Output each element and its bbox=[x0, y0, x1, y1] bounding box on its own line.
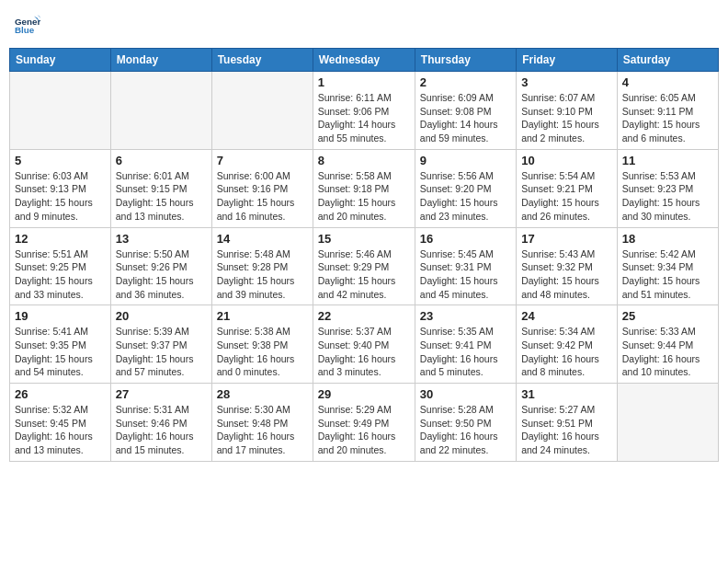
day-info: Sunrise: 6:03 AMSunset: 9:13 PMDaylight:… bbox=[15, 169, 106, 224]
calendar-cell: 22Sunrise: 5:37 AMSunset: 9:40 PMDayligh… bbox=[313, 305, 415, 384]
calendar-cell: 26Sunrise: 5:32 AMSunset: 9:45 PMDayligh… bbox=[10, 384, 111, 462]
day-number: 21 bbox=[217, 309, 308, 323]
calendar-week-row: 26Sunrise: 5:32 AMSunset: 9:45 PMDayligh… bbox=[10, 384, 719, 462]
calendar-cell: 6Sunrise: 6:01 AMSunset: 9:15 PMDaylight… bbox=[110, 149, 211, 227]
day-number: 8 bbox=[318, 154, 410, 167]
calendar-cell: 11Sunrise: 5:53 AMSunset: 9:23 PMDayligh… bbox=[617, 149, 718, 227]
calendar-cell: 29Sunrise: 5:29 AMSunset: 9:49 PMDayligh… bbox=[313, 384, 415, 462]
calendar-cell: 21Sunrise: 5:38 AMSunset: 9:38 PMDayligh… bbox=[211, 305, 313, 384]
calendar-cell: 19Sunrise: 5:41 AMSunset: 9:35 PMDayligh… bbox=[10, 305, 111, 384]
day-info: Sunrise: 5:56 AMSunset: 9:20 PMDaylight:… bbox=[420, 169, 511, 224]
calendar-cell: 30Sunrise: 5:28 AMSunset: 9:50 PMDayligh… bbox=[415, 384, 516, 462]
calendar-cell bbox=[211, 72, 313, 150]
weekday-header-sunday: Sunday bbox=[10, 49, 111, 72]
calendar-week-row: 5Sunrise: 6:03 AMSunset: 9:13 PMDaylight… bbox=[10, 149, 719, 227]
day-info: Sunrise: 5:39 AMSunset: 9:37 PMDaylight:… bbox=[116, 325, 207, 379]
calendar-cell: 4Sunrise: 6:05 AMSunset: 9:11 PMDaylight… bbox=[617, 72, 718, 150]
calendar-cell: 12Sunrise: 5:51 AMSunset: 9:25 PMDayligh… bbox=[10, 227, 111, 305]
day-number: 28 bbox=[217, 387, 308, 401]
day-info: Sunrise: 6:11 AMSunset: 9:06 PMDaylight:… bbox=[318, 91, 410, 145]
calendar-cell: 16Sunrise: 5:45 AMSunset: 9:31 PMDayligh… bbox=[415, 227, 516, 305]
day-info: Sunrise: 5:41 AMSunset: 9:35 PMDaylight:… bbox=[15, 325, 106, 379]
day-info: Sunrise: 5:51 AMSunset: 9:25 PMDaylight:… bbox=[15, 247, 106, 302]
calendar-cell: 7Sunrise: 6:00 AMSunset: 9:16 PMDaylight… bbox=[211, 149, 313, 227]
calendar-cell: 13Sunrise: 5:50 AMSunset: 9:26 PMDayligh… bbox=[110, 227, 211, 305]
weekday-header-tuesday: Tuesday bbox=[211, 49, 313, 72]
weekday-header-monday: Monday bbox=[110, 49, 211, 72]
weekday-header-friday: Friday bbox=[517, 49, 618, 72]
calendar-cell: 5Sunrise: 6:03 AMSunset: 9:13 PMDaylight… bbox=[10, 149, 111, 227]
day-info: Sunrise: 5:53 AMSunset: 9:23 PMDaylight:… bbox=[622, 169, 713, 224]
day-number: 7 bbox=[217, 154, 308, 167]
weekday-header-row: SundayMondayTuesdayWednesdayThursdayFrid… bbox=[10, 49, 719, 72]
day-info: Sunrise: 5:34 AMSunset: 9:42 PMDaylight:… bbox=[521, 325, 612, 379]
day-number: 30 bbox=[420, 387, 511, 401]
day-number: 24 bbox=[521, 309, 612, 323]
day-number: 20 bbox=[116, 309, 207, 323]
day-number: 5 bbox=[15, 154, 106, 167]
calendar-cell bbox=[10, 72, 111, 150]
calendar-cell: 15Sunrise: 5:46 AMSunset: 9:29 PMDayligh… bbox=[313, 227, 415, 305]
calendar-cell: 31Sunrise: 5:27 AMSunset: 9:51 PMDayligh… bbox=[517, 384, 618, 462]
calendar-cell bbox=[110, 72, 211, 150]
calendar-cell: 20Sunrise: 5:39 AMSunset: 9:37 PMDayligh… bbox=[110, 305, 211, 384]
day-info: Sunrise: 6:00 AMSunset: 9:16 PMDaylight:… bbox=[217, 169, 308, 224]
calendar-cell: 25Sunrise: 5:33 AMSunset: 9:44 PMDayligh… bbox=[617, 305, 718, 384]
calendar-cell bbox=[617, 384, 718, 462]
day-info: Sunrise: 6:05 AMSunset: 9:11 PMDaylight:… bbox=[622, 91, 713, 145]
day-info: Sunrise: 5:29 AMSunset: 9:49 PMDaylight:… bbox=[318, 403, 410, 457]
day-number: 1 bbox=[318, 75, 410, 89]
day-info: Sunrise: 5:54 AMSunset: 9:21 PMDaylight:… bbox=[521, 169, 612, 224]
calendar-cell: 27Sunrise: 5:31 AMSunset: 9:46 PMDayligh… bbox=[110, 384, 211, 462]
day-number: 10 bbox=[521, 154, 612, 167]
day-info: Sunrise: 5:37 AMSunset: 9:40 PMDaylight:… bbox=[318, 325, 410, 379]
day-info: Sunrise: 5:42 AMSunset: 9:34 PMDaylight:… bbox=[622, 247, 713, 302]
day-number: 4 bbox=[622, 75, 713, 89]
day-info: Sunrise: 5:46 AMSunset: 9:29 PMDaylight:… bbox=[318, 247, 410, 302]
day-number: 16 bbox=[420, 232, 511, 246]
svg-text:Blue: Blue bbox=[15, 25, 35, 35]
day-number: 17 bbox=[521, 232, 612, 246]
day-info: Sunrise: 5:35 AMSunset: 9:41 PMDaylight:… bbox=[420, 325, 511, 379]
day-number: 2 bbox=[420, 75, 511, 89]
day-number: 23 bbox=[420, 309, 511, 323]
calendar-week-row: 1Sunrise: 6:11 AMSunset: 9:06 PMDaylight… bbox=[10, 72, 719, 150]
logo-icon: General Blue bbox=[15, 13, 40, 39]
calendar-cell: 17Sunrise: 5:43 AMSunset: 9:32 PMDayligh… bbox=[517, 227, 618, 305]
calendar-week-row: 19Sunrise: 5:41 AMSunset: 9:35 PMDayligh… bbox=[10, 305, 719, 384]
day-info: Sunrise: 5:45 AMSunset: 9:31 PMDaylight:… bbox=[420, 247, 511, 302]
day-number: 27 bbox=[116, 387, 207, 401]
day-number: 13 bbox=[116, 232, 207, 246]
calendar-cell: 28Sunrise: 5:30 AMSunset: 9:48 PMDayligh… bbox=[211, 384, 313, 462]
day-info: Sunrise: 6:01 AMSunset: 9:15 PMDaylight:… bbox=[116, 169, 207, 224]
day-number: 26 bbox=[15, 387, 106, 401]
day-info: Sunrise: 5:58 AMSunset: 9:18 PMDaylight:… bbox=[318, 169, 410, 224]
day-number: 18 bbox=[622, 232, 713, 246]
calendar-table: SundayMondayTuesdayWednesdayThursdayFrid… bbox=[9, 48, 719, 462]
day-info: Sunrise: 5:43 AMSunset: 9:32 PMDaylight:… bbox=[521, 247, 612, 302]
calendar-cell: 1Sunrise: 6:11 AMSunset: 9:06 PMDaylight… bbox=[313, 72, 415, 150]
day-number: 19 bbox=[15, 309, 106, 323]
day-number: 12 bbox=[15, 232, 106, 246]
day-number: 6 bbox=[116, 154, 207, 167]
calendar-cell: 23Sunrise: 5:35 AMSunset: 9:41 PMDayligh… bbox=[415, 305, 516, 384]
calendar-cell: 9Sunrise: 5:56 AMSunset: 9:20 PMDaylight… bbox=[415, 149, 516, 227]
day-number: 11 bbox=[622, 154, 713, 167]
calendar-week-row: 12Sunrise: 5:51 AMSunset: 9:25 PMDayligh… bbox=[10, 227, 719, 305]
day-info: Sunrise: 5:48 AMSunset: 9:28 PMDaylight:… bbox=[217, 247, 308, 302]
weekday-header-wednesday: Wednesday bbox=[313, 49, 415, 72]
day-number: 22 bbox=[318, 309, 410, 323]
day-number: 9 bbox=[420, 154, 511, 167]
calendar-cell: 8Sunrise: 5:58 AMSunset: 9:18 PMDaylight… bbox=[313, 149, 415, 227]
calendar-cell: 14Sunrise: 5:48 AMSunset: 9:28 PMDayligh… bbox=[211, 227, 313, 305]
day-info: Sunrise: 5:50 AMSunset: 9:26 PMDaylight:… bbox=[116, 247, 207, 302]
day-info: Sunrise: 5:30 AMSunset: 9:48 PMDaylight:… bbox=[217, 403, 308, 457]
day-number: 31 bbox=[521, 387, 612, 401]
calendar-cell: 10Sunrise: 5:54 AMSunset: 9:21 PMDayligh… bbox=[517, 149, 618, 227]
weekday-header-thursday: Thursday bbox=[415, 49, 516, 72]
day-info: Sunrise: 5:32 AMSunset: 9:45 PMDaylight:… bbox=[15, 403, 106, 457]
day-info: Sunrise: 5:33 AMSunset: 9:44 PMDaylight:… bbox=[622, 325, 713, 379]
calendar-cell: 3Sunrise: 6:07 AMSunset: 9:10 PMDaylight… bbox=[517, 72, 618, 150]
day-number: 14 bbox=[217, 232, 308, 246]
calendar-cell: 24Sunrise: 5:34 AMSunset: 9:42 PMDayligh… bbox=[517, 305, 618, 384]
